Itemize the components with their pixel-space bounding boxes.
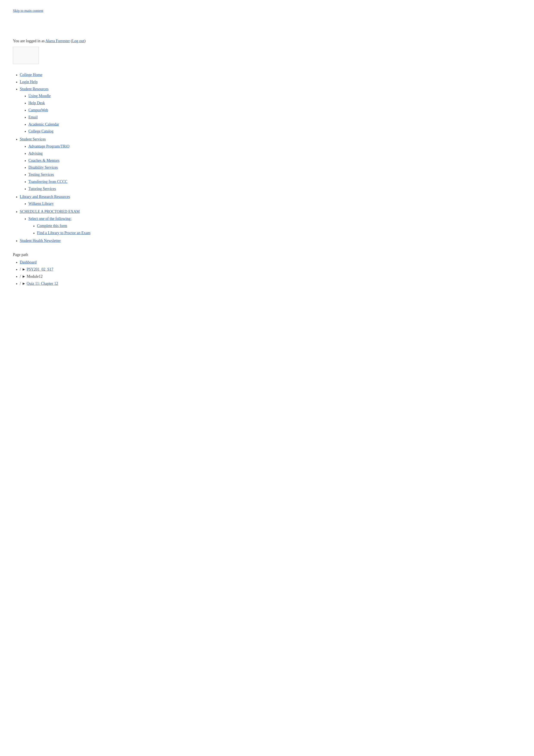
nav-item-college-catalog: College Catalog <box>28 128 198 134</box>
transferring-link[interactable]: Transferring from CCCC <box>28 179 67 184</box>
nav-item-wilkens-library: Wilkens Library <box>28 201 198 207</box>
nav-item-tutoring-services: Tutoring Services <box>28 186 198 192</box>
page-path-item-module: / ► Module12 <box>20 273 198 280</box>
nav-item-health-newsletter: Student Health Newsletter <box>20 238 198 244</box>
library-sublist: Wilkens Library <box>20 201 198 207</box>
page-path-section: Page path Dashboard / ► PSY201_02_S17 / … <box>13 253 198 286</box>
advantage-program-link[interactable]: Advantage Program/TRiO <box>28 144 69 148</box>
main-navigation: College Home Login Help Student Resource… <box>13 72 198 244</box>
academic-calendar-link[interactable]: Academic Calendar <box>28 122 59 126</box>
college-catalog-link[interactable]: College Catalog <box>28 129 53 133</box>
login-info: You are logged in as Akera Forrester (Lo… <box>13 39 198 43</box>
nav-item-complete-form: Complete this form <box>37 223 198 229</box>
nav-list: College Home Login Help Student Resource… <box>13 72 198 244</box>
nav-item-email: Email <box>28 114 198 121</box>
campusweb-link[interactable]: CampusWeb <box>28 108 48 112</box>
complete-form-link[interactable]: Complete this form <box>37 224 67 228</box>
health-newsletter-link[interactable]: Student Health Newsletter <box>20 238 61 243</box>
email-link[interactable]: Email <box>28 115 38 119</box>
username-link[interactable]: Akera Forrester <box>45 39 70 43</box>
nav-item-academic-calendar: Academic Calendar <box>28 121 198 127</box>
nav-item-advantage-program: Advantage Program/TRiO <box>28 143 198 149</box>
student-resources-sublist: Using Moodle Help Desk CampusWeb Email A… <box>20 93 198 134</box>
testing-services-link[interactable]: Testing Services <box>28 172 54 177</box>
user-avatar <box>13 47 39 64</box>
help-desk-link[interactable]: Help Desk <box>28 101 45 105</box>
find-library-link[interactable]: Find a Library to Proctor an Exam <box>37 231 90 235</box>
page-path-item-quiz: / ► Quiz 11: Chapter 12 <box>20 281 198 287</box>
using-moodle-link[interactable]: Using Moodle <box>28 94 51 98</box>
select-following-sublist: Complete this form Find a Library to Pro… <box>28 223 198 236</box>
proctored-exam-link[interactable]: SCHEDULE A PROCTORED EXAM <box>20 209 80 214</box>
nav-item-transferring: Transferring from CCCC <box>28 178 198 185</box>
page-path-item-course: / ► PSY201_02_S17 <box>20 266 198 273</box>
library-link[interactable]: Library and Research Resources <box>20 195 70 199</box>
student-services-link[interactable]: Student Services <box>20 137 46 141</box>
nav-item-advising: Advising <box>28 150 198 157</box>
nav-item-student-resources: Student Resources Using Moodle Help Desk… <box>20 86 198 135</box>
advising-link[interactable]: Advising <box>28 151 43 155</box>
select-following-link[interactable]: Select one of the following: <box>28 217 71 221</box>
nav-item-library: Library and Research Resources Wilkens L… <box>20 194 198 207</box>
proctored-exam-sublist: Select one of the following: Complete th… <box>20 216 198 236</box>
nav-item-college-home: College Home <box>20 72 198 78</box>
tutoring-services-link[interactable]: Tutoring Services <box>28 187 56 191</box>
skip-to-main-link[interactable]: Skip to main content <box>13 9 198 13</box>
coaches-mentors-link[interactable]: Coaches & Mentors <box>28 158 60 163</box>
nav-item-student-services: Student Services Advantage Program/TRiO … <box>20 136 198 192</box>
login-help-link[interactable]: Login Help <box>20 80 38 84</box>
course-link[interactable]: PSY201_02_S17 <box>27 267 53 271</box>
nav-item-using-moodle: Using Moodle <box>28 93 198 99</box>
nav-item-help-desk: Help Desk <box>28 100 198 106</box>
nav-item-find-library: Find a Library to Proctor an Exam <box>37 230 198 236</box>
student-resources-link[interactable]: Student Resources <box>20 87 48 91</box>
nav-item-proctored-exam: SCHEDULE A PROCTORED EXAM Select one of … <box>20 208 198 236</box>
nav-item-coaches-mentors: Coaches & Mentors <box>28 157 198 164</box>
login-prefix: You are logged in as <box>13 39 45 43</box>
nav-item-campusweb: CampusWeb <box>28 107 198 113</box>
college-home-link[interactable]: College Home <box>20 73 42 77</box>
page-path-list: Dashboard / ► PSY201_02_S17 / ► Module12… <box>13 259 198 286</box>
nav-item-select-following: Select one of the following: Complete th… <box>28 216 198 236</box>
dashboard-link[interactable]: Dashboard <box>20 260 37 264</box>
nav-item-testing-services: Testing Services <box>28 172 198 178</box>
page-path-label: Page path <box>13 253 198 257</box>
login-paren-close: ) <box>84 39 86 43</box>
nav-item-login-help: Login Help <box>20 79 198 85</box>
logout-link[interactable]: Log out <box>72 39 85 43</box>
student-services-sublist: Advantage Program/TRiO Advising Coaches … <box>20 143 198 192</box>
page-path-item-dashboard: Dashboard <box>20 259 198 265</box>
disability-services-link[interactable]: Disability Services <box>28 165 58 170</box>
wilkens-library-link[interactable]: Wilkens Library <box>28 202 54 206</box>
nav-item-disability-services: Disability Services <box>28 164 198 171</box>
quiz-link[interactable]: Quiz 11: Chapter 12 <box>27 282 58 286</box>
